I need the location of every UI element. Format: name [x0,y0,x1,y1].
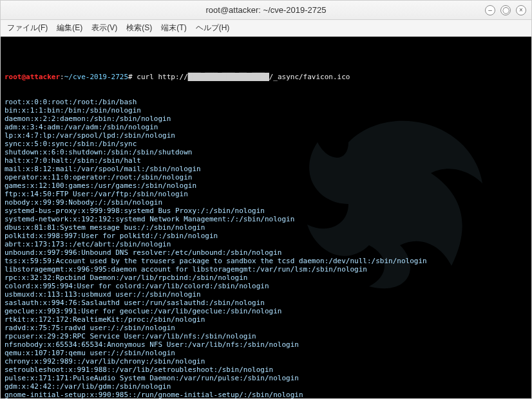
output-line: qemu:x:107:107:qemu user:/:/sbin/nologin [5,349,527,357]
command-censored: ███ ███ ███.█▊ ███: [188,73,269,81]
output-line: shutdown:x:6:0:shutdown:/sbin:/sbin/shut… [5,148,527,156]
output-line: lp:x:4:7:lp:/var/spool/lpd:/sbin/nologin [5,131,527,140]
close-button[interactable]: × [516,5,526,15]
output-line: gnome-initial-setup:x:990:985::/run/gnom… [5,391,527,398]
window-title: root@attacker: ~/cve-2019-2725 [206,5,327,15]
output-line: daemon:x:2:2:daemon:/sbin:/sbin/nologin [5,115,527,123]
menu-terminal[interactable]: 端末(T) [161,23,186,33]
menu-file[interactable]: ファイル(F) [7,23,48,33]
output-line: setroubleshoot:x:991:988::/var/lib/setro… [5,366,527,374]
output-line: ftp:x:14:50:FTP User:/var/ftp:/sbin/nolo… [5,190,527,198]
output-line: pulse:x:171:171:PulseAudio System Daemon… [5,374,527,382]
output-line: abrt:x:173:173::/etc/abrt:/sbin/nologin [5,240,527,248]
output-line: adm:x:3:4:adm:/var/adm:/sbin/nologin [5,123,527,131]
titlebar: root@attacker: ~/cve-2019-2725 – ◯ × [1,1,531,20]
prompt-user: root@attacker [5,73,60,81]
output-line: nfsnobody:x:65534:65534:Anonymous NFS Us… [5,340,527,349]
prompt-sep: : [60,73,64,81]
prompt-hash: # [128,73,133,81]
menu-help[interactable]: ヘルプ(H) [196,23,230,33]
output-line: operator:x:11:0:operator:/root:/sbin/nol… [5,173,527,181]
output-line: unbound:x:997:996:Unbound DNS resolver:/… [5,248,527,257]
output-line: systemd-network:x:192:192:systemd Networ… [5,215,527,223]
output-line: colord:x:995:994:User for colord:/var/li… [5,282,527,290]
menubar: ファイル(F) 編集(E) 表示(V) 検索(S) 端末(T) ヘルプ(H) [1,20,531,37]
output-line: polkitd:x:998:997:User for polkitd:/:/sb… [5,232,527,240]
output-line: usbmuxd:x:113:113:usbmuxd user:/:/sbin/n… [5,290,527,299]
output-line: radvd:x:75:75:radvd user:/:/sbin/nologin [5,324,527,332]
prompt-line-1: root@attacker:~/cve-2019-2725# curl http… [5,73,527,81]
output-line: games:x:12:100:games:/usr/games:/sbin/no… [5,181,527,190]
menu-search[interactable]: 検索(S) [126,23,152,33]
output-line: gdm:x:42:42::/var/lib/gdm:/sbin/nologin [5,382,527,391]
output-line: rpc:x:32:32:Rpcbind Daemon:/var/lib/rpcb… [5,274,527,282]
terminal-output: root:x:0:0:root:/root:/bin/bashbin:x:1:1… [5,98,527,398]
prompt-path: ~/cve-2019-2725 [64,73,128,81]
maximize-button[interactable]: ◯ [500,5,511,15]
output-line: bin:x:1:1:bin:/bin:/sbin/nologin [5,106,527,115]
output-line: geoclue:x:993:991:User for geoclue:/var/… [5,307,527,315]
minimize-button[interactable]: – [485,5,495,15]
output-line: root:x:0:0:root:/root:/bin/bash [5,98,527,106]
menu-view[interactable]: 表示(V) [91,23,117,33]
output-line: sync:x:5:0:sync:/sbin:/bin/sync [5,140,527,148]
output-line: nobody:x:99:99:Nobody:/:/sbin/nologin [5,198,527,207]
output-line: systemd-bus-proxy:x:999:998:systemd Bus … [5,207,527,215]
output-line: libstoragemgmt:x:996:995:daemon account … [5,265,527,274]
titlebar-controls: – ◯ × [485,5,526,15]
output-line: chrony:x:992:989::/var/lib/chrony:/sbin/… [5,357,527,366]
output-line: rpcuser:x:29:29:RPC Service User:/var/li… [5,332,527,340]
terminal-window: root@attacker: ~/cve-2019-2725 – ◯ × ファイ… [0,0,532,399]
output-line: rtkit:x:172:172:RealtimeKit:/proc:/sbin/… [5,315,527,324]
command-suffix: /_async/favicon.ico [269,73,350,81]
terminal-body[interactable]: root@attacker:~/cve-2019-2725# curl http… [1,37,531,398]
menu-edit[interactable]: 編集(E) [57,23,82,33]
output-line: saslauth:x:994:76:Saslauthd user:/run/sa… [5,299,527,307]
output-line: dbus:x:81:81:System message bus:/:/sbin/… [5,223,527,232]
output-line: mail:x:8:12:mail:/var/spool/mail:/sbin/n… [5,165,527,173]
output-line: tss:x:59:59:Account used by the trousers… [5,257,527,265]
output-line: halt:x:7:0:halt:/sbin:/sbin/halt [5,156,527,165]
command-prefix: curl http:// [137,73,187,81]
